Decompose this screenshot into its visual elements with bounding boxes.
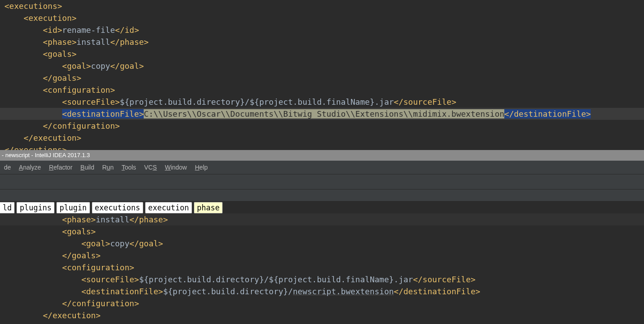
code-line: <configuration> xyxy=(0,84,644,96)
breadcrumb-build[interactable]: ld xyxy=(0,202,15,213)
code-line: <sourceFile>${project.build.directory}/$… xyxy=(0,273,644,285)
code-line: <execution> xyxy=(0,12,644,24)
code-line: <executions> xyxy=(0,0,644,12)
window-titlebar: - newscript - IntelliJ IDEA 2017.1.3 xyxy=(0,150,644,161)
code-line: </execution> xyxy=(0,132,644,144)
menu-run[interactable]: Run xyxy=(98,161,118,174)
breadcrumb-execution[interactable]: execution xyxy=(145,202,192,213)
code-line: <goal>copy</goal> xyxy=(0,60,644,72)
breadcrumb-plugin[interactable]: plugin xyxy=(56,202,90,213)
code-line: <sourceFile>${project.build.directory}/$… xyxy=(0,96,644,108)
menu-window[interactable]: Window xyxy=(161,161,191,174)
menu-build[interactable]: Build xyxy=(76,161,98,174)
code-editor-top[interactable]: <executions> <execution> <id>rename-file… xyxy=(0,0,644,150)
code-line: <goals> xyxy=(0,225,644,237)
code-line: </goals> xyxy=(0,72,644,84)
toolbar xyxy=(0,174,644,190)
code-line: <destinationFile>${project.build.directo… xyxy=(0,285,644,297)
code-line: </configuration> xyxy=(0,297,644,309)
code-line: <configuration> xyxy=(0,261,644,273)
code-line: </configuration> xyxy=(0,120,644,132)
menu-vcs[interactable]: VCS xyxy=(140,161,161,174)
editor-tabs xyxy=(0,190,644,202)
code-line: <goals> xyxy=(0,48,644,60)
menu-refactor[interactable]: Refactor xyxy=(45,161,76,174)
menu-code[interactable]: de xyxy=(0,161,15,174)
menu-tools[interactable]: Tools xyxy=(118,161,140,174)
code-line: <id>rename-file</id> xyxy=(0,24,644,36)
code-line: </execution> xyxy=(0,309,644,321)
code-editor-bottom[interactable]: <phase>install</phase> <goals> <goal>cop… xyxy=(0,213,644,321)
breadcrumb-bar: ld plugins plugin executions execution p… xyxy=(0,202,644,213)
breadcrumb-phase[interactable]: phase xyxy=(194,202,223,213)
code-line: <phase>install</phase> xyxy=(0,36,644,48)
code-line: <goal>copy</goal> xyxy=(0,237,644,249)
menu-analyze[interactable]: Analyze xyxy=(15,161,45,174)
code-line: </goals> xyxy=(0,249,644,261)
code-line-selected: <destinationFile>C:\\Users\\Oscar\\Docum… xyxy=(0,108,644,120)
code-line: </executions> xyxy=(0,144,644,150)
breadcrumb-plugins[interactable]: plugins xyxy=(16,202,55,213)
breadcrumb-executions[interactable]: executions xyxy=(92,202,143,213)
code-line-caret: <phase>install</phase> xyxy=(0,213,644,225)
menu-bar: de Analyze Refactor Build Run Tools VCS … xyxy=(0,161,644,174)
menu-help[interactable]: Help xyxy=(191,161,212,174)
